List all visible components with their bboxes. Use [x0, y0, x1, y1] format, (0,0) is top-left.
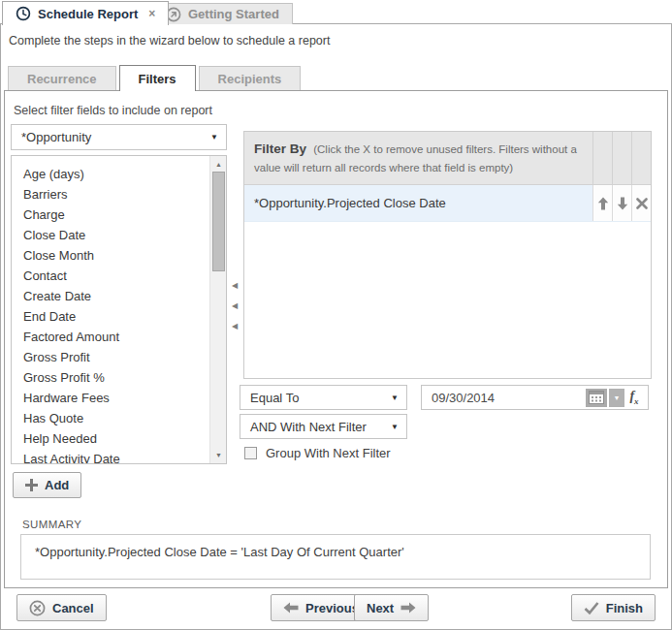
- scroll-up-icon[interactable]: ▲: [210, 157, 227, 172]
- panel-splitter[interactable]: ◀ ◀ ◀: [229, 281, 240, 331]
- filter-field-list-items: Age (days)BarriersChargeClose DateClose …: [12, 156, 226, 464]
- summary-label: SUMMARY: [22, 519, 81, 530]
- list-item[interactable]: Has Quote: [12, 408, 226, 428]
- arrow-right-icon: [400, 602, 416, 614]
- cancel-button[interactable]: Cancel: [16, 594, 107, 621]
- filter-grid-empty-area: [244, 222, 651, 378]
- filter-field-list[interactable]: Age (days)BarriersChargeClose DateClose …: [11, 155, 227, 464]
- header-col-spacer: [592, 132, 612, 184]
- header-col-spacer: [612, 132, 631, 184]
- list-item[interactable]: End Date: [12, 306, 226, 327]
- filters-panel: Select filter fields to include on repor…: [4, 90, 668, 588]
- cancel-circle-icon: [29, 600, 46, 616]
- collapse-left-icon[interactable]: ◀: [229, 301, 240, 310]
- arrow-up-icon: [597, 197, 609, 210]
- tab-getting-started[interactable]: Getting Started: [152, 3, 293, 24]
- next-button-label: Next: [367, 601, 394, 615]
- calendar-picker-button[interactable]: [586, 389, 607, 407]
- filter-by-grid: Filter By (Click the X to remove unused …: [243, 131, 652, 379]
- combine-select-value: AND With Next Filter: [250, 420, 367, 434]
- list-item[interactable]: Barriers: [12, 184, 226, 205]
- wizard-intro-text: Complete the steps in the wizard below t…: [9, 34, 330, 47]
- table-select[interactable]: *Opportunity ▼: [11, 124, 227, 150]
- schedule-report-window: Schedule Report × Getting Started Comple…: [0, 0, 672, 630]
- collapse-left-icon[interactable]: ◀: [229, 322, 240, 331]
- operator-select-value: Equal To: [250, 391, 299, 405]
- cancel-button-label: Cancel: [52, 601, 94, 615]
- check-icon: [584, 602, 599, 614]
- summary-text: *Opportunity.Projected Close Date = 'Las…: [35, 545, 404, 559]
- finish-button-label: Finish: [606, 601, 643, 615]
- finish-button[interactable]: Finish: [571, 594, 656, 621]
- filter-value: 09/30/2014: [432, 391, 586, 405]
- list-item[interactable]: Close Month: [12, 245, 226, 266]
- chevron-down-icon: ▼: [391, 423, 399, 431]
- remove-filter-button[interactable]: [631, 185, 651, 221]
- clock-icon: [16, 6, 31, 21]
- filter-row[interactable]: *Opportunity.Projected Close Date: [244, 185, 651, 222]
- document-tabstrip: Schedule Report × Getting Started: [0, 0, 672, 24]
- chevron-down-icon: ▼: [391, 394, 399, 402]
- list-item[interactable]: Age (days): [12, 164, 226, 184]
- list-item[interactable]: Last Activity Date: [12, 449, 226, 464]
- tab-recurrence[interactable]: Recurrence: [8, 66, 116, 90]
- scroll-down-icon[interactable]: ▼: [210, 448, 227, 462]
- collapse-left-icon[interactable]: ◀: [229, 281, 240, 290]
- group-with-next-filter-row: Group With Next Filter: [244, 446, 391, 460]
- combine-select[interactable]: AND With Next Filter ▼: [240, 414, 407, 439]
- tab-recipients[interactable]: Recipients: [199, 66, 302, 90]
- fx-icon: fx: [629, 389, 638, 403]
- summary-box: *Opportunity.Projected Close Date = 'Las…: [20, 534, 651, 580]
- list-item[interactable]: Hardware Fees: [12, 388, 226, 408]
- list-item[interactable]: Create Date: [12, 286, 226, 306]
- formula-button[interactable]: fx: [624, 389, 644, 406]
- add-button-label: Add: [45, 478, 69, 492]
- list-scrollbar[interactable]: ▲ ▼: [209, 156, 226, 463]
- wizard-tabs: Recurrence Filters Recipients: [8, 65, 301, 91]
- next-button[interactable]: Next: [354, 594, 429, 621]
- calendar-icon: [589, 391, 604, 404]
- add-filter-button[interactable]: Add: [13, 472, 81, 498]
- filter-value-field[interactable]: 09/30/2014 ▼ fx: [421, 385, 649, 410]
- filter-by-header: Filter By (Click the X to remove unused …: [244, 132, 651, 185]
- previous-button-label: Previous: [305, 601, 359, 615]
- arrow-down-icon: [617, 197, 628, 210]
- arrow-left-icon: [283, 602, 299, 614]
- list-item[interactable]: Close Date: [12, 225, 226, 245]
- move-filter-down-button[interactable]: [612, 185, 631, 221]
- value-dropdown-button[interactable]: ▼: [609, 389, 624, 407]
- operator-select[interactable]: Equal To ▼: [240, 385, 407, 410]
- list-item[interactable]: Charge: [12, 205, 226, 225]
- header-col-spacer: [631, 132, 651, 184]
- tab-label: Schedule Report: [38, 7, 138, 21]
- list-item[interactable]: Gross Profit: [12, 347, 226, 367]
- group-with-next-filter-label: Group With Next Filter: [266, 446, 391, 460]
- select-fields-label: Select filter fields to include on repor…: [14, 104, 212, 117]
- list-item[interactable]: Contact: [12, 266, 226, 286]
- tab-schedule-report[interactable]: Schedule Report ×: [2, 1, 169, 25]
- filter-by-title: Filter By: [254, 142, 306, 156]
- tab-filters[interactable]: Filters: [119, 65, 196, 91]
- list-item[interactable]: Help Needed: [12, 428, 226, 449]
- plus-icon: [25, 479, 38, 491]
- x-icon: [636, 198, 648, 209]
- tab-label: Getting Started: [188, 7, 279, 21]
- move-filter-up-button[interactable]: [592, 185, 612, 221]
- chevron-down-icon: ▼: [614, 394, 621, 401]
- table-select-value: *Opportunity: [21, 130, 91, 144]
- filter-row-name: *Opportunity.Projected Close Date: [244, 185, 592, 221]
- filter-by-header-text: Filter By (Click the X to remove unused …: [244, 132, 592, 184]
- chevron-down-icon: ▼: [210, 133, 218, 142]
- close-icon[interactable]: ×: [148, 8, 155, 19]
- list-item[interactable]: Gross Profit %: [12, 367, 226, 388]
- scrollbar-thumb[interactable]: [212, 172, 225, 271]
- window-body: Complete the steps in the wizard below t…: [0, 24, 672, 630]
- list-item[interactable]: Factored Amount: [12, 327, 226, 347]
- group-with-next-filter-checkbox[interactable]: [244, 447, 257, 459]
